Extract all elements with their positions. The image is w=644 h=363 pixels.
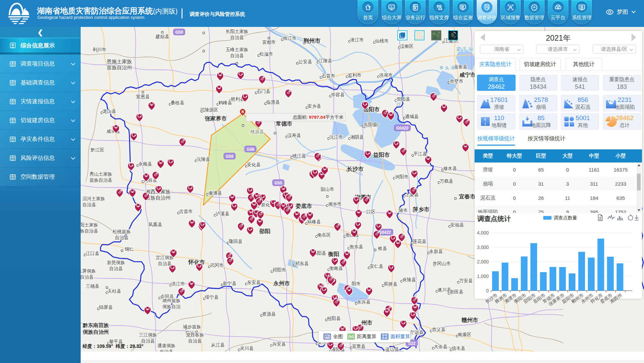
svg-text:炎陵县: 炎陵县 bbox=[402, 277, 416, 282]
svg-text:侗族自治: 侗族自治 bbox=[162, 304, 181, 309]
svg-text:建始县: 建始县 bbox=[155, 34, 169, 39]
svg-text:沿河土家族: 沿河土家族 bbox=[82, 196, 105, 201]
svg-text:靖州苗族: 靖州苗族 bbox=[162, 298, 180, 303]
svg-text:枝江市: 枝江市 bbox=[283, 36, 297, 41]
svg-text:沅江市: 沅江市 bbox=[329, 135, 343, 140]
svg-text:斧 头 湖: 斧 头 湖 bbox=[439, 65, 455, 70]
svg-text:长沙市: 长沙市 bbox=[347, 166, 364, 172]
svg-text:自治县: 自治县 bbox=[230, 35, 244, 40]
svg-text:衡阳: 衡阳 bbox=[328, 251, 339, 257]
svg-text:万安县: 万安县 bbox=[459, 278, 473, 283]
svg-text:潜江市: 潜江市 bbox=[350, 37, 364, 42]
svg-text:宜都市: 宜都市 bbox=[262, 40, 276, 45]
svg-text:新宁县: 新宁县 bbox=[223, 281, 237, 286]
svg-text:G55: G55 bbox=[275, 181, 282, 185]
svg-text:龙胜各族: 龙胜各族 bbox=[186, 332, 204, 337]
svg-text:攸县: 攸县 bbox=[378, 246, 388, 251]
svg-text:永兴县: 永兴县 bbox=[357, 299, 371, 304]
svg-text:黔东南苗族: 黔东南苗族 bbox=[82, 322, 109, 328]
svg-text:衡东县: 衡东县 bbox=[350, 244, 363, 249]
svg-text:绥宁县: 绥宁县 bbox=[205, 295, 219, 300]
svg-text:松滋市: 松滋市 bbox=[259, 51, 273, 57]
svg-text:泸溪县: 泸溪县 bbox=[216, 211, 230, 216]
svg-text:祁阳市: 祁阳市 bbox=[272, 267, 286, 273]
svg-text:苗族自治县: 苗族自治县 bbox=[89, 178, 112, 183]
svg-text:五峰土家族: 五峰土家族 bbox=[226, 47, 248, 52]
svg-text:平江县: 平江县 bbox=[413, 151, 427, 156]
svg-text:永新县: 永新县 bbox=[429, 249, 443, 254]
svg-text:苗族自治县: 苗族自治县 bbox=[81, 228, 98, 233]
svg-text:永州市: 永州市 bbox=[273, 280, 290, 286]
svg-text:自治县: 自治县 bbox=[160, 349, 173, 352]
svg-text:修水县: 修水县 bbox=[443, 166, 457, 171]
svg-text:G0422: G0422 bbox=[396, 126, 408, 131]
svg-text:城步苗族: 城步苗族 bbox=[183, 324, 201, 329]
svg-text:岳阳县: 岳阳县 bbox=[364, 122, 377, 127]
svg-text:洪江市: 洪江市 bbox=[171, 281, 185, 286]
svg-text:2,000: 2,000 bbox=[477, 259, 489, 264]
svg-text:秀山土家族: 秀山土家族 bbox=[89, 172, 112, 177]
svg-text:华容县: 华容县 bbox=[331, 92, 345, 97]
svg-text:武冈市: 武冈市 bbox=[210, 263, 224, 268]
svg-text:自治县: 自治县 bbox=[230, 53, 244, 58]
svg-text:祁东县: 祁东县 bbox=[295, 261, 309, 266]
svg-text:G0422: G0422 bbox=[379, 230, 391, 235]
svg-text:萍乡市: 萍乡市 bbox=[412, 206, 430, 213]
svg-text:G50: G50 bbox=[175, 30, 183, 35]
svg-text:益阳市: 益阳市 bbox=[373, 152, 390, 158]
svg-text:从江县: 从江县 bbox=[211, 342, 225, 348]
svg-text:石门县: 石门县 bbox=[257, 89, 271, 94]
svg-text:通道侗族: 通道侗族 bbox=[157, 343, 175, 348]
svg-text:安福县: 安福县 bbox=[450, 222, 464, 227]
svg-text:沅陵县: 沅陵县 bbox=[197, 157, 210, 162]
svg-text:江陵县: 江陵县 bbox=[319, 58, 332, 63]
svg-text:常德市: 常德市 bbox=[276, 120, 292, 126]
svg-text:东安县: 东安县 bbox=[247, 280, 261, 285]
svg-text:公安县: 公安县 bbox=[298, 59, 312, 64]
svg-text:自治县: 自治县 bbox=[81, 275, 94, 280]
svg-text:自治县: 自治县 bbox=[188, 338, 202, 343]
svg-text:安仁县: 安仁县 bbox=[370, 264, 384, 269]
svg-text:井冈山市: 井冈山市 bbox=[433, 261, 451, 266]
svg-text:湘乡市: 湘乡市 bbox=[328, 202, 342, 207]
svg-text:新田县: 新田县 bbox=[450, 289, 464, 294]
svg-text:汉寿县: 汉寿县 bbox=[287, 133, 301, 138]
svg-text:新晃侗族: 新晃侗族 bbox=[107, 260, 125, 265]
svg-text:G56: G56 bbox=[226, 154, 234, 159]
svg-text:三穗县: 三穗县 bbox=[86, 284, 99, 289]
svg-text:松桃苗族: 松桃苗族 bbox=[112, 229, 131, 234]
svg-text:恩施土家族: 恩施土家族 bbox=[107, 59, 132, 64]
svg-text:侗族自治州: 侗族自治州 bbox=[82, 329, 109, 335]
svg-text:监利市: 监利市 bbox=[348, 73, 362, 78]
svg-text:长阳土家族: 长阳土家族 bbox=[226, 29, 248, 34]
svg-text:阳市: 阳市 bbox=[352, 281, 361, 286]
svg-text:铜仁: 铜仁 bbox=[125, 247, 134, 252]
svg-text:崇义县: 崇义县 bbox=[432, 327, 446, 332]
svg-text:吉首市: 吉首市 bbox=[179, 209, 193, 214]
svg-text:自治县: 自治县 bbox=[115, 235, 129, 240]
svg-text:玉屏侗族: 玉屏侗族 bbox=[81, 268, 96, 274]
svg-text:信丰县: 信丰县 bbox=[451, 346, 466, 351]
svg-text:双牌县: 双牌县 bbox=[384, 282, 398, 287]
svg-text:桂阳县: 桂阳县 bbox=[327, 316, 341, 321]
svg-text:嘉鱼县: 嘉鱼县 bbox=[454, 64, 468, 69]
svg-text:浏阳市: 浏阳市 bbox=[395, 174, 409, 179]
svg-text:衡南县: 衡南县 bbox=[329, 266, 343, 271]
svg-text:张家界市: 张家界市 bbox=[205, 115, 227, 121]
svg-text:自治县: 自治县 bbox=[109, 266, 123, 271]
svg-text:桑植县: 桑植县 bbox=[171, 100, 185, 105]
svg-text:G56: G56 bbox=[247, 147, 254, 152]
svg-text:利川市: 利川市 bbox=[93, 47, 107, 52]
svg-text:南康区: 南康区 bbox=[458, 332, 472, 337]
svg-text:江: 江 bbox=[397, 102, 401, 107]
svg-text:石首市: 石首市 bbox=[322, 73, 335, 78]
svg-text:宁远县: 宁远县 bbox=[410, 330, 424, 335]
svg-text:自治县: 自治县 bbox=[141, 338, 155, 343]
svg-text:自治县: 自治县 bbox=[158, 261, 172, 266]
svg-text:3,000: 3,000 bbox=[477, 245, 489, 250]
svg-text:大余县: 大余县 bbox=[434, 344, 448, 349]
svg-text:龙山县: 龙山县 bbox=[103, 109, 116, 114]
svg-text:南岳区: 南岳区 bbox=[317, 232, 331, 238]
svg-text:洪湖市: 洪湖市 bbox=[379, 73, 393, 78]
svg-text:陵市: 陵市 bbox=[399, 208, 408, 213]
